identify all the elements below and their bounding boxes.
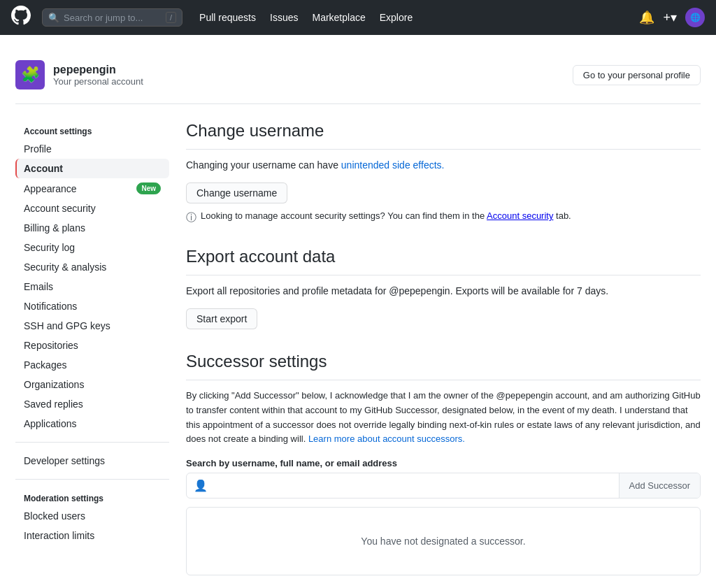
main-content: Change username Changing your username c…: [186, 121, 701, 588]
topnav: 🔍 / Pull requests Issues Marketplace Exp…: [0, 0, 716, 35]
sidebar-item-interaction-limits[interactable]: Interaction limits: [15, 526, 169, 545]
sidebar-item-saved-replies[interactable]: Saved replies: [15, 394, 169, 414]
slash-key: /: [166, 12, 176, 23]
sidebar: Account settings Profile Account Appeara…: [15, 121, 169, 588]
sidebar-item-billing[interactable]: Billing & plans: [15, 218, 169, 238]
user-subtext: Your personal account: [53, 76, 143, 87]
sidebar-nav: Profile Account Appearance New Account s…: [15, 139, 169, 433]
sidebar-item-blocked-users[interactable]: Blocked users: [15, 506, 169, 526]
sidebar-item-security-log[interactable]: Security log: [15, 238, 169, 257]
username-text: pepepengin: [53, 64, 143, 76]
topnav-right: 🔔 +▾ 🌐: [639, 8, 705, 27]
start-export-button[interactable]: Start export: [186, 308, 257, 329]
sidebar-divider-2: [15, 479, 169, 480]
avatar[interactable]: 🌐: [685, 8, 705, 27]
change-username-desc: Changing your username can have unintend…: [186, 158, 701, 173]
info-icon: ⓘ: [186, 211, 196, 224]
export-account-section: Export account data Export all repositor…: [186, 247, 701, 329]
settings-layout: Account settings Profile Account Appeara…: [15, 121, 701, 588]
sidebar-item-developer-settings[interactable]: Developer settings: [15, 451, 169, 471]
sidebar-item-packages[interactable]: Packages: [15, 355, 169, 375]
export-account-title: Export account data: [186, 247, 701, 275]
sidebar-item-security-analysis[interactable]: Security & analysis: [15, 257, 169, 277]
export-account-desc: Export all repositories and profile meta…: [186, 284, 701, 299]
sidebar-item-account[interactable]: Account: [15, 159, 169, 178]
successor-section: Successor settings By clicking "Add Succ…: [186, 352, 701, 575]
go-to-profile-button[interactable]: Go to your personal profile: [573, 65, 701, 85]
sidebar-item-applications[interactable]: Applications: [15, 414, 169, 433]
search-input[interactable]: [64, 13, 162, 23]
successor-title: Successor settings: [186, 352, 701, 380]
issues-link[interactable]: Issues: [270, 12, 298, 23]
sidebar-item-organizations[interactable]: Organizations: [15, 375, 169, 394]
page-content: 🧩 pepepengin Your personal account Go to…: [4, 35, 712, 588]
sidebar-item-profile[interactable]: Profile: [15, 139, 169, 159]
successor-empty-state: You have not designated a successor.: [186, 507, 701, 575]
search-box[interactable]: 🔍 /: [42, 8, 182, 27]
user-info: 🧩 pepepengin Your personal account: [15, 60, 143, 89]
sidebar-item-notifications[interactable]: Notifications: [15, 296, 169, 316]
sidebar-item-account-security[interactable]: Account security: [15, 199, 169, 218]
add-icon[interactable]: +▾: [663, 10, 677, 25]
page-wrapper: 🧩 pepepengin Your personal account Go to…: [0, 35, 716, 588]
add-successor-button[interactable]: Add Successor: [619, 473, 700, 498]
change-username-button[interactable]: Change username: [186, 182, 287, 203]
search-icon: 🔍: [48, 13, 59, 23]
sidebar-item-appearance[interactable]: Appearance New: [15, 178, 169, 199]
topnav-links: Pull requests Issues Marketplace Explore: [199, 12, 413, 23]
person-icon: 👤: [187, 473, 215, 498]
notifications-icon[interactable]: 🔔: [639, 10, 654, 25]
sidebar-item-emails[interactable]: Emails: [15, 277, 169, 296]
marketplace-link[interactable]: Marketplace: [312, 12, 365, 23]
sidebar-section-title: Account settings: [15, 121, 169, 139]
explore-link[interactable]: Explore: [380, 12, 413, 23]
moderation-title: Moderation settings: [15, 488, 169, 506]
learn-more-successors-link[interactable]: Learn more about account successors.: [308, 433, 465, 444]
pull-requests-link[interactable]: Pull requests: [199, 12, 256, 23]
info-note: ⓘ Looking to manage account security set…: [186, 210, 701, 224]
successor-search-box[interactable]: 👤 Add Successor: [186, 473, 701, 499]
change-username-section: Change username Changing your username c…: [186, 121, 701, 224]
sidebar-item-ssh-gpg[interactable]: SSH and GPG keys: [15, 316, 169, 336]
new-badge: New: [136, 182, 161, 194]
sidebar-item-repositories[interactable]: Repositories: [15, 336, 169, 355]
sidebar-divider: [15, 442, 169, 443]
successor-search-label: Search by username, full name, or email …: [186, 458, 701, 468]
successor-search-input[interactable]: [215, 473, 619, 498]
account-security-link[interactable]: Account security: [487, 210, 553, 221]
change-username-title: Change username: [186, 121, 701, 150]
user-avatar: 🧩: [15, 60, 45, 89]
github-logo-icon[interactable]: [11, 6, 31, 29]
successor-desc: By clicking "Add Successor" below, I ack…: [186, 389, 701, 447]
unintended-side-effects-link[interactable]: unintended side effects.: [341, 159, 445, 171]
user-header: 🧩 pepepengin Your personal account Go to…: [15, 49, 701, 104]
moderation-nav: Blocked users Interaction limits: [15, 506, 169, 545]
